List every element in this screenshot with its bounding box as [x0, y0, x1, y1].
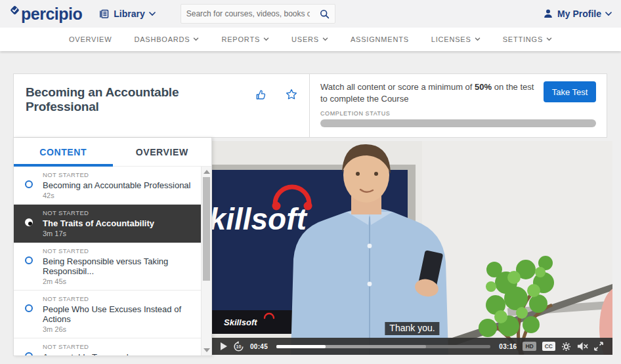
cc-toggle-button[interactable]: CC: [542, 342, 555, 351]
rewind-10-button[interactable]: 10: [233, 341, 244, 352]
item-status: NOT STARTED: [43, 247, 196, 254]
seek-bar[interactable]: [276, 345, 490, 348]
like-button[interactable]: [254, 87, 268, 104]
admin-nav: OVERVIEW DASHBOARDS REPORTS USERS ASSIGN…: [0, 28, 621, 51]
chevron-down-icon: [605, 12, 612, 16]
nav-item-overview[interactable]: OVERVIEW: [69, 35, 112, 43]
bookmark-button[interactable]: [284, 87, 299, 104]
nav-item-settings[interactable]: SETTINGS: [503, 35, 552, 43]
nav-label: DASHBOARDS: [134, 35, 190, 43]
search-button[interactable]: [315, 5, 335, 23]
completion-text-before: Watch all content or score a minimum of: [320, 82, 475, 92]
scrollbar-thumb[interactable]: [203, 177, 210, 281]
play-button[interactable]: [221, 342, 227, 350]
chevron-down-icon: [546, 37, 552, 41]
course-content-panel: CONTENT OVERVIEW NOT STARTED Becoming an…: [13, 138, 212, 356]
chevron-down-icon: [263, 37, 269, 41]
percipio-logo[interactable]: percipio: [9, 4, 82, 24]
item-title: The Traits of Accountability: [43, 218, 196, 228]
library-icon: [99, 9, 110, 19]
nav-item-reports[interactable]: REPORTS: [221, 35, 269, 43]
my-profile-menu[interactable]: My Profile: [543, 9, 612, 19]
user-icon: [543, 9, 553, 19]
muted-volume-icon: [577, 342, 588, 351]
item-status: NOT STARTED: [43, 295, 196, 302]
item-title: Accountable Teamwork: [43, 352, 196, 355]
nav-item-licenses[interactable]: LICENSES: [431, 35, 481, 43]
total-duration: 03:16: [499, 343, 517, 350]
fullscreen-button[interactable]: [594, 342, 603, 351]
content-item-5[interactable]: NOT STARTED Accountable Teamwork 3m 15s: [14, 338, 201, 355]
not-started-icon: [25, 352, 33, 355]
subtitle-caption: Thank you.: [385, 322, 439, 335]
content-item-4[interactable]: NOT STARTED People Who Use Excuses Inste…: [14, 291, 201, 338]
nav-item-dashboards[interactable]: DASHBOARDS: [134, 35, 199, 43]
item-duration: 42s: [43, 192, 196, 199]
content-list-body: NOT STARTED Becoming an Accountable Prof…: [14, 167, 211, 355]
library-label: Library: [114, 9, 144, 19]
item-status: NOT STARTED: [43, 209, 196, 216]
search-input[interactable]: [181, 9, 315, 18]
item-status: NOT STARTED: [43, 171, 196, 178]
skillsoft-logo-small-text: Skillsoft: [224, 317, 257, 327]
percipio-diamond-icon: [9, 5, 20, 16]
gear-icon: [561, 342, 571, 352]
my-profile-label: My Profile: [557, 9, 601, 19]
content-list: NOT STARTED Becoming an Accountable Prof…: [14, 167, 201, 355]
content-item-2-selected[interactable]: NOT STARTED The Traits of Accountability…: [14, 205, 201, 243]
nav-item-assignments[interactable]: ASSIGNMENTS: [351, 35, 409, 43]
hd-toggle-button[interactable]: HD: [523, 342, 536, 351]
item-title: People Who Use Excuses Instead of Action…: [43, 304, 196, 324]
panel-tabs: CONTENT OVERVIEW: [14, 138, 211, 167]
nav-label: USERS: [291, 35, 319, 43]
course-title: Becoming an Accountable Professional: [26, 85, 238, 114]
tab-overview[interactable]: OVERVIEW: [113, 138, 212, 166]
top-header: percipio Library: [0, 0, 621, 28]
take-test-button[interactable]: Take Test: [544, 81, 596, 102]
chevron-down-icon: [193, 37, 199, 41]
search-bar: [181, 4, 335, 24]
nav-label: ASSIGNMENTS: [351, 35, 409, 43]
course-completion-area: Watch all content or score a minimum of …: [310, 74, 607, 137]
star-icon: [286, 89, 297, 100]
course-header-card: Becoming an Accountable Professional Wat…: [13, 73, 607, 138]
not-started-icon: [25, 180, 33, 188]
item-title: Being Responsible versus Taking Responsi…: [43, 256, 196, 276]
panel-scrollbar[interactable]: [201, 167, 211, 355]
completion-progress-bar: [320, 119, 596, 127]
item-status: NOT STARTED: [43, 343, 196, 350]
skillsoft-logo-text: skillsoft: [212, 202, 308, 236]
completion-requirement-text: Watch all content or score a minimum of …: [320, 81, 537, 104]
completion-percent: 50%: [475, 82, 492, 92]
thumbs-up-icon: [255, 89, 267, 100]
not-started-icon: [25, 304, 33, 312]
course-title-area: Becoming an Accountable Professional: [14, 74, 310, 137]
nav-label: SETTINGS: [503, 35, 543, 43]
item-duration: 3m 17s: [43, 230, 196, 237]
scroll-down-arrow-icon[interactable]: [203, 348, 210, 352]
player-controls: 10 00:45 03:16 HD CC: [212, 338, 612, 355]
mute-button[interactable]: [577, 342, 588, 351]
settings-button[interactable]: [561, 342, 571, 352]
video-player[interactable]: skillsoft Skillsoft: [212, 141, 612, 355]
fullscreen-icon: [594, 342, 603, 351]
not-started-icon: [25, 256, 33, 264]
chevron-down-icon: [475, 37, 481, 41]
library-menu[interactable]: Library: [99, 9, 155, 19]
content-item-1[interactable]: NOT STARTED Becoming an Accountable Prof…: [14, 167, 201, 205]
chevron-down-icon: [149, 12, 156, 16]
nav-item-users[interactable]: USERS: [291, 35, 328, 43]
item-duration: 2m 45s: [43, 277, 196, 285]
current-item-icon: [25, 218, 33, 226]
scroll-up-arrow-icon[interactable]: [203, 170, 210, 174]
played-bar: [276, 345, 326, 348]
current-time: 00:45: [250, 343, 268, 350]
chevron-down-icon: [322, 37, 328, 41]
content-item-3[interactable]: NOT STARTED Being Responsible versus Tak…: [14, 243, 201, 291]
tab-content[interactable]: CONTENT: [14, 138, 113, 166]
nav-label: OVERVIEW: [69, 35, 112, 43]
item-duration: 3m 26s: [43, 325, 196, 333]
search-icon: [320, 9, 330, 19]
item-title: Becoming an Accountable Professional: [43, 180, 196, 190]
rewind-10-icon: 10: [233, 341, 244, 352]
